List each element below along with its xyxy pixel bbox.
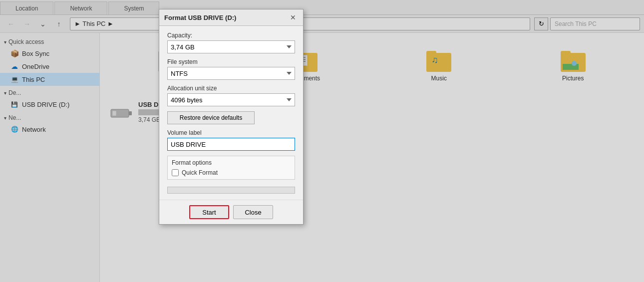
filesystem-group: File system NTFS FAT32 exFAT [167,58,295,80]
start-button[interactable]: Start [189,205,229,219]
restore-defaults-button[interactable]: Restore device defaults [167,111,255,124]
dialog-body: Capacity: 3,74 GB File system NTFS FAT32… [159,26,303,200]
format-dialog: Format USB DRIVE (D:) ✕ Capacity: 3,74 G… [159,9,304,225]
format-options-section: Format options Quick Format [167,156,295,180]
capacity-group: Capacity: 3,74 GB [167,32,295,53]
format-options-title: Format options [172,159,291,166]
quick-format-label[interactable]: Quick Format [182,169,218,176]
restore-group: Restore device defaults [167,111,295,124]
volume-label-group: Volume label [167,129,295,151]
volume-label-label: Volume label [167,129,295,136]
quick-format-row: Quick Format [172,169,291,176]
filesystem-label: File system [167,58,295,65]
dialog-close-button[interactable]: ✕ [288,12,298,22]
filesystem-select[interactable]: NTFS FAT32 exFAT [167,67,295,80]
progress-bar-container [167,187,295,194]
allocation-label: Allocation unit size [167,85,295,92]
dialog-title-bar: Format USB DRIVE (D:) ✕ [159,9,303,26]
modal-overlay: Format USB DRIVE (D:) ✕ Capacity: 3,74 G… [0,0,644,282]
dialog-footer: Start Close [159,200,303,224]
dialog-title: Format USB DRIVE (D:) [164,14,236,21]
allocation-group: Allocation unit size 512 bytes 1024 byte… [167,85,295,106]
capacity-select[interactable]: 3,74 GB [167,40,295,53]
volume-label-input[interactable] [167,138,295,151]
capacity-label: Capacity: [167,32,295,39]
allocation-select[interactable]: 512 bytes 1024 bytes 2048 bytes 4096 byt… [167,93,295,106]
quick-format-checkbox[interactable] [172,169,179,176]
close-button[interactable]: Close [233,205,273,219]
